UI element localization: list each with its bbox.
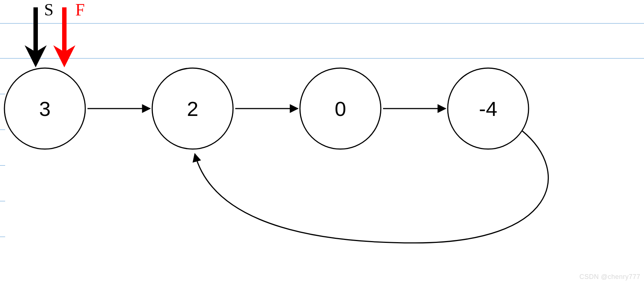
node-0: 3 (4, 68, 85, 149)
node-1-value: 2 (187, 97, 198, 120)
pointer-fast: F (64, 0, 85, 61)
node-2-value: 0 (334, 97, 346, 120)
node-2: 0 (300, 68, 381, 149)
node-3-value: -4 (479, 97, 497, 120)
node-0-value: 3 (39, 97, 50, 120)
node-3: -4 (448, 68, 529, 149)
edge-3-1-cycle (195, 131, 548, 243)
pointer-slow: S (36, 0, 54, 61)
pointer-slow-label: S (44, 0, 54, 19)
pointer-fast-label: F (75, 0, 85, 19)
watermark: CSDN @chenry777 (579, 273, 640, 281)
node-1: 2 (152, 68, 233, 149)
diagram-canvas: 3 2 0 -4 S F (0, 0, 644, 283)
